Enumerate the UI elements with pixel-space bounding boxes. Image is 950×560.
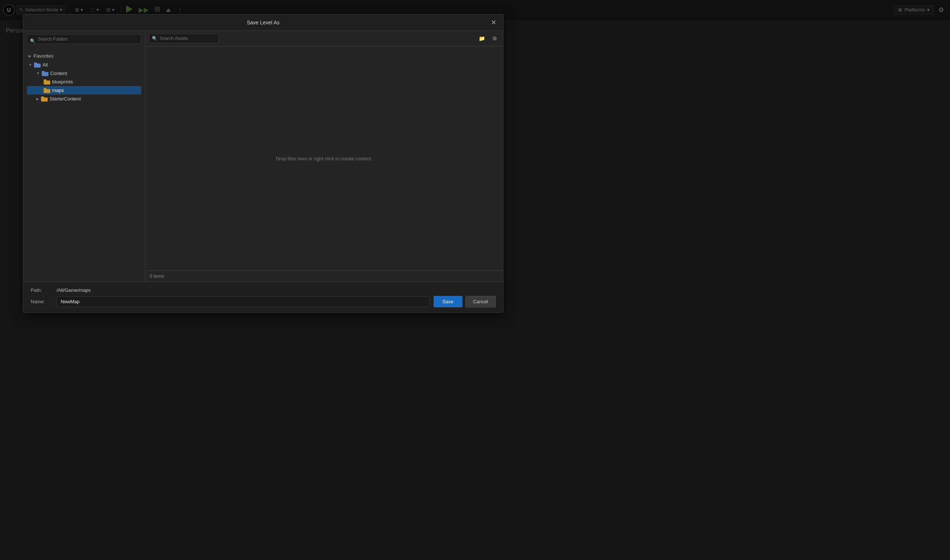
blueprints-label: blueprints bbox=[52, 79, 73, 85]
name-input[interactable] bbox=[57, 296, 430, 307]
path-label: Path: bbox=[31, 288, 53, 293]
dialog-titlebar: Save Level As ✕ bbox=[23, 14, 503, 31]
dialog-title: Save Level As bbox=[247, 20, 280, 26]
search-folders-wrapper: 🔍 bbox=[27, 34, 141, 48]
assets-content-area: Drop files here or right click to create… bbox=[145, 46, 503, 271]
tree-item-content[interactable]: ▼ Content bbox=[27, 69, 141, 78]
tree-item-maps[interactable]: maps bbox=[27, 86, 141, 95]
search-folders-input[interactable] bbox=[27, 34, 141, 44]
maps-folder-icon bbox=[44, 88, 50, 93]
items-count: 0 items bbox=[150, 274, 164, 279]
starter-chevron-icon: ▶ bbox=[36, 97, 39, 101]
path-row: Path: /All/Game/maps bbox=[31, 288, 496, 293]
assets-folder-view-button[interactable]: 📁 bbox=[477, 34, 487, 43]
content-folder-icon bbox=[42, 71, 48, 76]
save-button[interactable]: Save bbox=[433, 296, 463, 307]
assets-toolbar: 🔍 📁 ⚙ bbox=[145, 31, 503, 46]
name-row: Name: Save Cancel bbox=[31, 296, 496, 307]
tree-item-starter-content[interactable]: ▶ StarterContent bbox=[27, 95, 141, 103]
folder-view-icon: 📁 bbox=[479, 35, 485, 42]
maps-label: maps bbox=[52, 88, 64, 93]
favorites-row[interactable]: ▶ Favorites bbox=[27, 51, 141, 61]
blueprints-folder-icon bbox=[44, 79, 50, 85]
search-assets-input[interactable] bbox=[149, 34, 219, 43]
assets-panel: 🔍 📁 ⚙ Drop files here or right click to … bbox=[145, 31, 503, 282]
tree-item-all[interactable]: ▼ All bbox=[27, 61, 141, 69]
dialog-body: 🔍 ▶ Favorites ▼ All ▼ bbox=[23, 31, 503, 282]
drop-message: Drop files here or right click to create… bbox=[276, 156, 373, 162]
path-value: /All/Game/maps bbox=[57, 288, 91, 293]
all-label: All bbox=[43, 62, 48, 68]
assets-footer: 0 items bbox=[145, 271, 503, 282]
favorites-chevron-icon: ▶ bbox=[28, 54, 31, 58]
starter-content-label: StarterContent bbox=[49, 96, 81, 102]
assets-settings-button[interactable]: ⚙ bbox=[490, 34, 500, 43]
tree-item-blueprints[interactable]: blueprints bbox=[27, 78, 141, 86]
save-level-dialog: Save Level As ✕ 🔍 ▶ Favorites ▼ All bbox=[23, 14, 503, 313]
starter-folder-icon bbox=[41, 96, 48, 102]
footer-buttons: Save Cancel bbox=[433, 296, 496, 307]
dialog-close-button[interactable]: ✕ bbox=[489, 18, 499, 26]
dialog-footer: Path: /All/Game/maps Name: Save Cancel bbox=[23, 282, 503, 312]
search-assets-wrapper: 🔍 bbox=[149, 34, 473, 43]
cancel-button[interactable]: Cancel bbox=[466, 296, 496, 307]
folder-panel: 🔍 ▶ Favorites ▼ All ▼ bbox=[23, 31, 145, 282]
name-label: Name: bbox=[31, 299, 53, 305]
search-folders-icon: 🔍 bbox=[30, 38, 35, 44]
all-folder-icon bbox=[34, 62, 41, 68]
favorites-label: Favorites bbox=[34, 53, 53, 59]
content-chevron-icon: ▼ bbox=[36, 71, 40, 75]
assets-gear-icon: ⚙ bbox=[492, 35, 497, 42]
folder-tree: ▼ All ▼ Content blueprints bbox=[27, 61, 141, 278]
content-label: Content bbox=[50, 71, 67, 76]
all-chevron-icon: ▼ bbox=[28, 63, 32, 67]
search-assets-icon: 🔍 bbox=[152, 36, 157, 41]
